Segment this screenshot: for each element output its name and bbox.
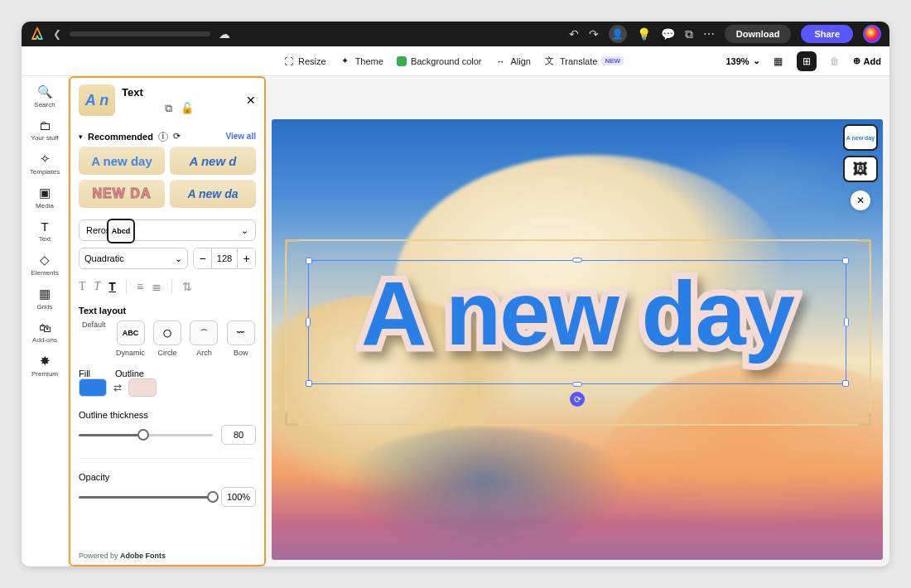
design-canvas[interactable]: A new day ⟳ A new day 🖼 ✕ bbox=[272, 119, 883, 560]
rail-elements[interactable]: ◇Elements bbox=[22, 249, 68, 280]
align-tool[interactable]: ↔Align bbox=[494, 55, 530, 67]
bold-icon[interactable]: T bbox=[79, 280, 86, 293]
handle-mid-top[interactable] bbox=[572, 258, 582, 263]
rail-premium[interactable]: ✸Premium bbox=[22, 350, 68, 381]
translate-icon: 文 bbox=[544, 55, 556, 67]
rail-media[interactable]: ▣Media bbox=[22, 182, 68, 213]
layout-dynamic[interactable]: ABC bbox=[117, 321, 145, 345]
recommended-style-1[interactable]: A new day bbox=[79, 147, 165, 175]
info-icon[interactable]: i bbox=[158, 132, 168, 142]
page-thumbnails: A new day 🖼 ✕ bbox=[843, 124, 878, 210]
bgcolor-tool[interactable]: Background color bbox=[397, 56, 482, 66]
font-style-select[interactable]: Quadratic⌄ bbox=[79, 248, 188, 269]
page-thumbnail-1[interactable]: A new day bbox=[843, 124, 878, 151]
duplicate-icon[interactable]: ⧉ bbox=[165, 102, 172, 115]
recommended-style-3[interactable]: NEW DA bbox=[79, 180, 165, 208]
align-left-icon[interactable]: ≡ bbox=[137, 280, 143, 293]
rail-addons[interactable]: 🛍Add-ons bbox=[22, 317, 68, 347]
add-image-button[interactable]: 🖼 bbox=[843, 156, 878, 182]
handle-bottom-right[interactable] bbox=[842, 380, 849, 387]
layers-button[interactable]: ⊞ bbox=[797, 51, 817, 71]
handle-top-right[interactable] bbox=[842, 258, 849, 264]
outline-color-swatch[interactable] bbox=[128, 378, 157, 397]
underline-icon[interactable]: T bbox=[108, 280, 116, 293]
close-thumbnails-button[interactable]: ✕ bbox=[851, 190, 870, 210]
font-size-increment[interactable]: + bbox=[237, 248, 255, 268]
layout-arch[interactable]: ⌒ bbox=[190, 321, 218, 345]
recommended-style-2[interactable]: A new d bbox=[170, 147, 256, 175]
theme-icon: ✦ bbox=[340, 55, 351, 67]
theme-tool[interactable]: ✦Theme bbox=[340, 55, 383, 67]
layout-bow[interactable]: 〰 bbox=[227, 321, 255, 345]
opacity-value[interactable]: 100% bbox=[221, 487, 256, 507]
text-selection-box[interactable]: A new day ⟳ bbox=[308, 260, 846, 384]
invite-user-button[interactable]: 👤 bbox=[609, 25, 627, 43]
swap-colors-icon[interactable]: ⇄ bbox=[113, 382, 122, 393]
rail-elements-label: Elements bbox=[31, 269, 58, 277]
handle-mid-left[interactable] bbox=[306, 317, 311, 327]
layout-default[interactable]: Abcd bbox=[107, 219, 135, 243]
refresh-icon[interactable]: ⟳ bbox=[173, 131, 181, 142]
present-icon[interactable]: ⧉ bbox=[685, 27, 693, 41]
layout-bow-label: Bow bbox=[234, 349, 248, 357]
resize-icon: ⛶ bbox=[282, 55, 294, 67]
document-title-placeholder[interactable] bbox=[70, 31, 210, 36]
back-chevron-icon[interactable]: ❮ bbox=[53, 28, 61, 40]
download-button[interactable]: Download bbox=[725, 25, 792, 43]
cloud-sync-icon[interactable]: ☁ bbox=[219, 27, 230, 41]
rail-grids[interactable]: ▦Grids bbox=[22, 283, 68, 314]
font-size-decrement[interactable]: − bbox=[194, 248, 212, 268]
comment-icon[interactable]: 💬 bbox=[661, 27, 675, 41]
chevron-down-icon: ⌄ bbox=[175, 253, 182, 264]
handle-top-left[interactable] bbox=[306, 258, 312, 264]
outline-thickness-label: Outline thickness bbox=[79, 410, 256, 420]
font-size-input[interactable] bbox=[212, 248, 237, 268]
delete-button[interactable]: 🗑 bbox=[825, 51, 845, 71]
recommended-style-4[interactable]: A new da bbox=[170, 180, 256, 208]
rail-search[interactable]: 🔍Search bbox=[22, 81, 68, 112]
font-size-stepper[interactable]: − + bbox=[193, 248, 256, 269]
undo-icon[interactable]: ↶ bbox=[569, 27, 579, 41]
recommended-header[interactable]: ▾ Recommended i ⟳ View all bbox=[79, 131, 256, 142]
view-all-link[interactable]: View all bbox=[225, 132, 256, 141]
outline-thickness-value[interactable]: 80 bbox=[221, 425, 256, 445]
font-family-select[interactable]: Reross⌄ bbox=[79, 219, 256, 241]
close-panel-button[interactable]: ✕ bbox=[246, 94, 256, 107]
left-rail: 🔍Search 🗀Your stuff ✧Templates ▣Media TT… bbox=[22, 76, 69, 566]
user-avatar[interactable] bbox=[863, 25, 881, 43]
rail-text[interactable]: TText bbox=[22, 216, 68, 246]
fill-color-swatch[interactable] bbox=[79, 378, 107, 397]
share-button[interactable]: Share bbox=[801, 25, 853, 43]
handle-bottom-left[interactable] bbox=[306, 380, 312, 387]
rail-your-stuff[interactable]: 🗀Your stuff bbox=[22, 115, 68, 145]
app-logo[interactable] bbox=[30, 27, 45, 41]
rotate-handle[interactable]: ⟳ bbox=[570, 392, 585, 407]
handle-mid-right[interactable] bbox=[844, 317, 849, 327]
handle-mid-bottom[interactable] bbox=[572, 382, 582, 387]
rail-templates-label: Templates bbox=[30, 168, 60, 176]
spacing-icon[interactable]: ⇅ bbox=[182, 280, 192, 293]
zoom-control[interactable]: 139%⌄ bbox=[725, 55, 759, 66]
canvas-text[interactable]: A new day bbox=[309, 267, 846, 359]
lock-icon[interactable]: 🔓 bbox=[181, 102, 194, 115]
add-label: Add bbox=[864, 56, 881, 66]
help-icon[interactable]: 💡 bbox=[637, 27, 651, 41]
grid-toggle-button[interactable]: ▦ bbox=[769, 51, 788, 71]
theme-label: Theme bbox=[355, 56, 383, 66]
translate-tool[interactable]: 文TranslateNEW bbox=[544, 55, 624, 67]
more-icon[interactable]: ⋯ bbox=[703, 27, 715, 41]
italic-icon[interactable]: T bbox=[94, 280, 101, 293]
media-icon: ▣ bbox=[39, 186, 51, 200]
redo-icon[interactable]: ↷ bbox=[589, 27, 599, 41]
rail-templates[interactable]: ✧Templates bbox=[22, 148, 68, 179]
list-icon[interactable]: ≣ bbox=[152, 280, 161, 293]
templates-icon: ✧ bbox=[40, 152, 51, 166]
layout-circle[interactable]: ◯ bbox=[153, 321, 181, 345]
resize-tool[interactable]: ⛶Resize bbox=[282, 55, 326, 67]
opacity-slider[interactable] bbox=[79, 496, 213, 499]
outline-thickness-slider[interactable] bbox=[79, 434, 213, 436]
new-badge: NEW bbox=[601, 56, 624, 65]
text-layout-label: Text layout bbox=[79, 306, 256, 316]
layout-default-label: Default bbox=[82, 321, 106, 329]
add-page-button[interactable]: ⊕Add bbox=[853, 55, 881, 66]
